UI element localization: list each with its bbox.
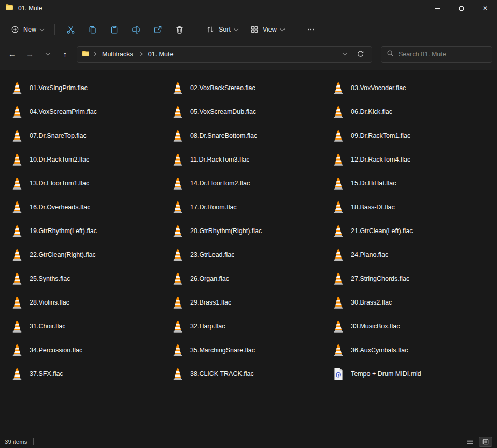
file-item[interactable]: 38.CLICK TRACK.flac — [167, 362, 328, 386]
file-item[interactable]: 02.VoxBackStereo.flac — [167, 76, 328, 100]
vlc-cone-icon — [171, 105, 184, 119]
file-item[interactable]: 06.Dr.Kick.flac — [328, 100, 488, 124]
file-name: 28.Violins.flac — [30, 299, 69, 306]
paste-button[interactable] — [104, 20, 124, 39]
details-view-button[interactable] — [463, 437, 477, 447]
vlc-cone-icon — [10, 105, 24, 119]
vlc-cone-icon — [171, 81, 184, 95]
view-button[interactable]: View — [245, 20, 290, 39]
cut-button[interactable] — [60, 20, 81, 39]
file-name: 17.Dr.Room.flac — [190, 204, 237, 211]
folder-icon — [82, 50, 90, 59]
file-item[interactable]: 15.Dr.HiHat.flac — [328, 171, 488, 195]
file-item[interactable]: 36.AuxCymbals.flac — [328, 338, 488, 362]
minimize-button[interactable] — [425, 0, 449, 17]
file-item[interactable]: 23.GtrLead.flac — [167, 243, 328, 267]
file-item[interactable]: 34.Percussion.flac — [6, 338, 167, 362]
vlc-cone-icon — [332, 296, 345, 309]
maximize-button[interactable] — [449, 0, 473, 17]
search-box[interactable] — [381, 46, 492, 63]
file-item[interactable]: 33.MusicBox.flac — [328, 314, 488, 338]
file-name: 27.StringChords.flac — [351, 275, 409, 282]
file-item[interactable]: 03.VoxVocoder.flac — [328, 76, 488, 100]
file-item[interactable]: 32.Harp.flac — [167, 314, 328, 338]
file-name: 37.SFX.flac — [30, 370, 63, 378]
file-item[interactable]: 09.Dr.RackTom1.flac — [328, 124, 488, 148]
file-name: 34.Percussion.flac — [30, 346, 82, 354]
file-name: 01.VoxSingPrim.flac — [30, 84, 88, 92]
command-bar: New Sort — [0, 17, 497, 42]
file-item[interactable]: 35.MarchingSnare.flac — [167, 338, 328, 362]
file-item[interactable]: 18.Bass-DI.flac — [328, 195, 488, 219]
file-item[interactable]: Tempo + Drum MIDI.mid — [328, 362, 488, 386]
address-dropdown-button[interactable] — [338, 48, 351, 61]
more-options-button[interactable] — [301, 20, 321, 39]
file-name: 06.Dr.Kick.flac — [351, 108, 392, 115]
maximize-icon — [459, 6, 464, 11]
titlebar: 01. Mute ✕ — [0, 0, 497, 17]
file-item[interactable]: 21.GtrClean(Left).flac — [328, 219, 488, 243]
vlc-cone-icon — [171, 177, 184, 190]
up-icon: ↑ — [63, 50, 67, 59]
file-item[interactable]: 37.SFX.flac — [6, 362, 167, 386]
share-button[interactable] — [147, 20, 168, 39]
large-icons-view-button[interactable] — [479, 437, 492, 447]
vlc-cone-icon — [332, 81, 345, 95]
file-item[interactable]: 01.VoxSingPrim.flac — [6, 76, 167, 100]
delete-button[interactable] — [169, 20, 190, 39]
rename-button[interactable] — [125, 20, 146, 39]
file-item[interactable]: 19.GtrRhythm(Left).flac — [6, 219, 167, 243]
file-name: 08.Dr.SnareBottom.flac — [190, 132, 257, 139]
breadcrumb-segment-multitracks[interactable]: Multitracks — [100, 49, 136, 60]
file-item[interactable]: 13.Dr.FloorTom1.flac — [6, 171, 167, 195]
file-item[interactable]: 30.Brass2.flac — [328, 291, 488, 314]
vlc-cone-icon — [10, 367, 24, 381]
file-item[interactable]: 28.Violins.flac — [6, 291, 167, 314]
file-item[interactable]: 29.Brass1.flac — [167, 291, 328, 314]
close-button[interactable]: ✕ — [473, 0, 497, 17]
file-name: 26.Organ.flac — [190, 275, 229, 282]
cut-icon — [66, 25, 75, 34]
file-item[interactable]: 17.Dr.Room.flac — [167, 195, 328, 219]
refresh-button[interactable] — [353, 48, 367, 61]
recent-locations-button[interactable] — [39, 47, 55, 62]
vlc-cone-icon — [332, 272, 345, 285]
file-item[interactable]: 24.Piano.flac — [328, 243, 488, 267]
file-item[interactable]: 08.Dr.SnareBottom.flac — [167, 124, 328, 148]
file-name: 02.VoxBackStereo.flac — [190, 84, 255, 92]
copy-button[interactable] — [82, 20, 103, 39]
view-button-label: View — [263, 26, 277, 33]
forward-button[interactable]: → — [22, 47, 38, 62]
sort-button[interactable]: Sort — [201, 20, 244, 39]
file-item[interactable]: 22.GtrClean(Right).flac — [6, 243, 167, 267]
file-item[interactable]: 07.Dr.SnareTop.flac — [6, 124, 167, 148]
file-name: 23.GtrLead.flac — [190, 251, 234, 258]
file-item[interactable]: 14.Dr.FloorTom2.flac — [167, 171, 328, 195]
file-name: 07.Dr.SnareTop.flac — [30, 132, 87, 139]
file-name: 25.Synths.flac — [30, 275, 70, 282]
file-item[interactable]: 04.VoxScreamPrim.flac — [6, 100, 167, 124]
file-item[interactable]: 31.Choir.flac — [6, 314, 167, 338]
breadcrumb-segment-current[interactable]: 01. Mute — [146, 49, 176, 60]
chevron-down-icon — [234, 26, 238, 31]
window-title: 01. Mute — [18, 5, 42, 12]
file-item[interactable]: 27.StringChords.flac — [328, 267, 488, 291]
sort-button-label: Sort — [219, 26, 231, 33]
file-item[interactable]: 12.Dr.RackTom4.flac — [328, 148, 488, 171]
file-item[interactable]: 11.Dr.RackTom3.flac — [167, 148, 328, 171]
file-item[interactable]: 20.GtrRhythm(Right).flac — [167, 219, 328, 243]
vlc-cone-icon — [10, 129, 24, 142]
file-item[interactable]: 26.Organ.flac — [167, 267, 328, 291]
file-item[interactable]: 16.Dr.Overheads.flac — [6, 195, 167, 219]
back-button[interactable]: ← — [4, 47, 20, 62]
file-item[interactable]: 10.Dr.RackTom2.flac — [6, 148, 167, 171]
file-item[interactable]: 25.Synths.flac — [6, 267, 167, 291]
search-input[interactable] — [399, 51, 487, 58]
new-plus-icon — [11, 25, 19, 34]
up-button[interactable]: ↑ — [57, 47, 73, 62]
toolbar-separator — [195, 24, 195, 35]
file-item[interactable]: 05.VoxScreamDub.flac — [167, 100, 328, 124]
vlc-cone-icon — [332, 343, 345, 357]
address-bar[interactable]: Multitracks 01. Mute — [77, 46, 372, 63]
new-button[interactable]: New — [5, 20, 49, 39]
